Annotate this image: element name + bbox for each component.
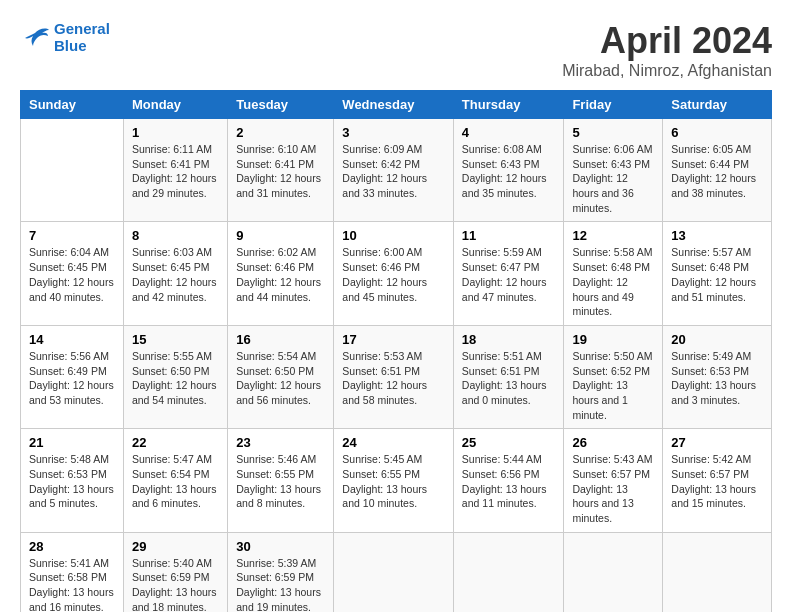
cell-info: Sunrise: 6:04 AMSunset: 6:45 PMDaylight:… xyxy=(29,245,115,304)
calendar-cell: 23Sunrise: 5:46 AMSunset: 6:55 PMDayligh… xyxy=(228,429,334,532)
day-header-thursday: Thursday xyxy=(453,91,564,119)
cell-info: Sunrise: 5:43 AMSunset: 6:57 PMDaylight:… xyxy=(572,452,654,525)
calendar-cell xyxy=(21,119,124,222)
calendar-cell: 9Sunrise: 6:02 AMSunset: 6:46 PMDaylight… xyxy=(228,222,334,325)
calendar-subtitle: Mirabad, Nimroz, Afghanistan xyxy=(562,62,772,80)
logo: General Blue xyxy=(20,20,110,54)
page-header: General Blue April 2024 Mirabad, Nimroz,… xyxy=(20,20,772,80)
cell-info: Sunrise: 5:54 AMSunset: 6:50 PMDaylight:… xyxy=(236,349,325,408)
day-number: 14 xyxy=(29,332,115,347)
calendar-title: April 2024 xyxy=(562,20,772,62)
day-number: 2 xyxy=(236,125,325,140)
day-number: 6 xyxy=(671,125,763,140)
week-row-3: 14Sunrise: 5:56 AMSunset: 6:49 PMDayligh… xyxy=(21,325,772,428)
calendar-cell: 10Sunrise: 6:00 AMSunset: 6:46 PMDayligh… xyxy=(334,222,454,325)
day-number: 1 xyxy=(132,125,219,140)
cell-info: Sunrise: 6:00 AMSunset: 6:46 PMDaylight:… xyxy=(342,245,445,304)
calendar-cell: 29Sunrise: 5:40 AMSunset: 6:59 PMDayligh… xyxy=(123,532,227,612)
calendar-cell: 15Sunrise: 5:55 AMSunset: 6:50 PMDayligh… xyxy=(123,325,227,428)
day-header-monday: Monday xyxy=(123,91,227,119)
logo-text: General Blue xyxy=(54,20,110,54)
calendar-cell xyxy=(334,532,454,612)
day-header-friday: Friday xyxy=(564,91,663,119)
week-row-1: 1Sunrise: 6:11 AMSunset: 6:41 PMDaylight… xyxy=(21,119,772,222)
calendar-cell: 20Sunrise: 5:49 AMSunset: 6:53 PMDayligh… xyxy=(663,325,772,428)
day-number: 15 xyxy=(132,332,219,347)
calendar-cell: 13Sunrise: 5:57 AMSunset: 6:48 PMDayligh… xyxy=(663,222,772,325)
day-number: 24 xyxy=(342,435,445,450)
calendar-cell xyxy=(663,532,772,612)
calendar-cell: 21Sunrise: 5:48 AMSunset: 6:53 PMDayligh… xyxy=(21,429,124,532)
day-number: 26 xyxy=(572,435,654,450)
calendar-cell: 24Sunrise: 5:45 AMSunset: 6:55 PMDayligh… xyxy=(334,429,454,532)
week-row-4: 21Sunrise: 5:48 AMSunset: 6:53 PMDayligh… xyxy=(21,429,772,532)
calendar-cell: 4Sunrise: 6:08 AMSunset: 6:43 PMDaylight… xyxy=(453,119,564,222)
cell-info: Sunrise: 5:41 AMSunset: 6:58 PMDaylight:… xyxy=(29,556,115,612)
calendar-cell: 27Sunrise: 5:42 AMSunset: 6:57 PMDayligh… xyxy=(663,429,772,532)
calendar-cell: 8Sunrise: 6:03 AMSunset: 6:45 PMDaylight… xyxy=(123,222,227,325)
day-number: 8 xyxy=(132,228,219,243)
calendar-cell: 25Sunrise: 5:44 AMSunset: 6:56 PMDayligh… xyxy=(453,429,564,532)
calendar-cell xyxy=(564,532,663,612)
day-header-saturday: Saturday xyxy=(663,91,772,119)
day-number: 18 xyxy=(462,332,556,347)
cell-info: Sunrise: 5:40 AMSunset: 6:59 PMDaylight:… xyxy=(132,556,219,612)
cell-info: Sunrise: 6:05 AMSunset: 6:44 PMDaylight:… xyxy=(671,142,763,201)
day-header-wednesday: Wednesday xyxy=(334,91,454,119)
day-number: 30 xyxy=(236,539,325,554)
calendar-cell: 28Sunrise: 5:41 AMSunset: 6:58 PMDayligh… xyxy=(21,532,124,612)
day-number: 23 xyxy=(236,435,325,450)
calendar-cell: 26Sunrise: 5:43 AMSunset: 6:57 PMDayligh… xyxy=(564,429,663,532)
cell-info: Sunrise: 5:46 AMSunset: 6:55 PMDaylight:… xyxy=(236,452,325,511)
cell-info: Sunrise: 5:57 AMSunset: 6:48 PMDaylight:… xyxy=(671,245,763,304)
cell-info: Sunrise: 6:02 AMSunset: 6:46 PMDaylight:… xyxy=(236,245,325,304)
cell-info: Sunrise: 6:11 AMSunset: 6:41 PMDaylight:… xyxy=(132,142,219,201)
day-header-tuesday: Tuesday xyxy=(228,91,334,119)
day-number: 22 xyxy=(132,435,219,450)
day-number: 19 xyxy=(572,332,654,347)
cell-info: Sunrise: 6:10 AMSunset: 6:41 PMDaylight:… xyxy=(236,142,325,201)
calendar-cell: 19Sunrise: 5:50 AMSunset: 6:52 PMDayligh… xyxy=(564,325,663,428)
day-number: 7 xyxy=(29,228,115,243)
day-number: 13 xyxy=(671,228,763,243)
cell-info: Sunrise: 5:39 AMSunset: 6:59 PMDaylight:… xyxy=(236,556,325,612)
cell-info: Sunrise: 5:45 AMSunset: 6:55 PMDaylight:… xyxy=(342,452,445,511)
day-number: 28 xyxy=(29,539,115,554)
week-row-2: 7Sunrise: 6:04 AMSunset: 6:45 PMDaylight… xyxy=(21,222,772,325)
calendar-cell: 6Sunrise: 6:05 AMSunset: 6:44 PMDaylight… xyxy=(663,119,772,222)
cell-info: Sunrise: 5:56 AMSunset: 6:49 PMDaylight:… xyxy=(29,349,115,408)
cell-info: Sunrise: 6:06 AMSunset: 6:43 PMDaylight:… xyxy=(572,142,654,215)
day-number: 29 xyxy=(132,539,219,554)
calendar-cell: 5Sunrise: 6:06 AMSunset: 6:43 PMDaylight… xyxy=(564,119,663,222)
calendar-cell: 7Sunrise: 6:04 AMSunset: 6:45 PMDaylight… xyxy=(21,222,124,325)
calendar-cell: 18Sunrise: 5:51 AMSunset: 6:51 PMDayligh… xyxy=(453,325,564,428)
cell-info: Sunrise: 5:48 AMSunset: 6:53 PMDaylight:… xyxy=(29,452,115,511)
cell-info: Sunrise: 5:47 AMSunset: 6:54 PMDaylight:… xyxy=(132,452,219,511)
calendar-cell: 17Sunrise: 5:53 AMSunset: 6:51 PMDayligh… xyxy=(334,325,454,428)
cell-info: Sunrise: 6:08 AMSunset: 6:43 PMDaylight:… xyxy=(462,142,556,201)
calendar-cell xyxy=(453,532,564,612)
day-header-sunday: Sunday xyxy=(21,91,124,119)
calendar-cell: 16Sunrise: 5:54 AMSunset: 6:50 PMDayligh… xyxy=(228,325,334,428)
calendar-cell: 14Sunrise: 5:56 AMSunset: 6:49 PMDayligh… xyxy=(21,325,124,428)
cell-info: Sunrise: 6:03 AMSunset: 6:45 PMDaylight:… xyxy=(132,245,219,304)
title-section: April 2024 Mirabad, Nimroz, Afghanistan xyxy=(562,20,772,80)
calendar-cell: 30Sunrise: 5:39 AMSunset: 6:59 PMDayligh… xyxy=(228,532,334,612)
header-row: SundayMondayTuesdayWednesdayThursdayFrid… xyxy=(21,91,772,119)
calendar-cell: 1Sunrise: 6:11 AMSunset: 6:41 PMDaylight… xyxy=(123,119,227,222)
cell-info: Sunrise: 5:51 AMSunset: 6:51 PMDaylight:… xyxy=(462,349,556,408)
day-number: 10 xyxy=(342,228,445,243)
day-number: 17 xyxy=(342,332,445,347)
day-number: 16 xyxy=(236,332,325,347)
day-number: 9 xyxy=(236,228,325,243)
week-row-5: 28Sunrise: 5:41 AMSunset: 6:58 PMDayligh… xyxy=(21,532,772,612)
cell-info: Sunrise: 6:09 AMSunset: 6:42 PMDaylight:… xyxy=(342,142,445,201)
day-number: 12 xyxy=(572,228,654,243)
day-number: 11 xyxy=(462,228,556,243)
calendar-table: SundayMondayTuesdayWednesdayThursdayFrid… xyxy=(20,90,772,612)
day-number: 20 xyxy=(671,332,763,347)
cell-info: Sunrise: 5:55 AMSunset: 6:50 PMDaylight:… xyxy=(132,349,219,408)
calendar-cell: 3Sunrise: 6:09 AMSunset: 6:42 PMDaylight… xyxy=(334,119,454,222)
cell-info: Sunrise: 5:49 AMSunset: 6:53 PMDaylight:… xyxy=(671,349,763,408)
calendar-cell: 11Sunrise: 5:59 AMSunset: 6:47 PMDayligh… xyxy=(453,222,564,325)
